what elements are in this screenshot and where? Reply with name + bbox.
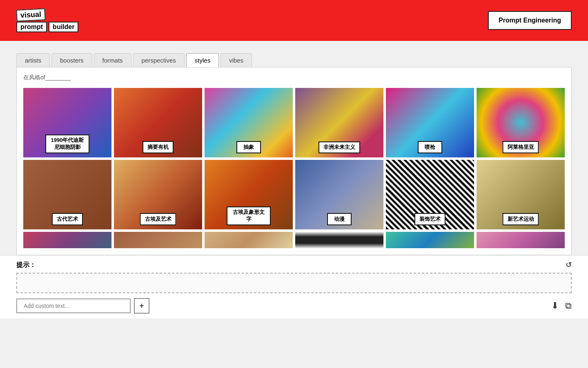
style-item-label: 装饰艺术	[414, 213, 445, 225]
style-item-item-11[interactable]: 装饰艺术	[386, 160, 474, 229]
style-item-label: 非洲未来主义	[318, 141, 360, 153]
style-item-item-10[interactable]: 动漫	[295, 160, 383, 229]
style-item-item-8[interactable]: 古埃及艺术	[114, 160, 202, 229]
style-item-label: 摘要有机	[143, 141, 174, 153]
style-item-item-18[interactable]	[477, 232, 565, 248]
logo-visual: visual	[16, 8, 45, 22]
style-item-item-13[interactable]	[23, 232, 111, 248]
custom-text-input[interactable]	[16, 298, 131, 313]
logo-prompt: prompt	[16, 22, 47, 32]
style-item-label: 1990年代迪斯尼细胞阴影	[45, 135, 89, 153]
style-item-item-14[interactable]	[114, 232, 202, 248]
prompt-label-text: 提示：	[16, 261, 36, 269]
style-item-item-3[interactable]: 抽象	[205, 88, 293, 157]
style-item-label: 古埃及艺术	[140, 213, 176, 225]
bottom-section: 提示： ↺ + ⬇ ⧉	[0, 255, 588, 319]
download-icon[interactable]: ⬇	[551, 301, 559, 311]
style-item-item-2[interactable]: 摘要有机	[114, 88, 202, 157]
style-item-label: 新艺术运动	[503, 213, 539, 225]
style-item-item-7[interactable]: 古代艺术	[23, 160, 111, 229]
gallery-panel: 在风格of________ 1990年代迪斯尼细胞阴影摘要有机抽象非洲未来主义喷…	[16, 67, 572, 255]
style-item-label: 喷枪	[418, 141, 442, 153]
style-item-item-6[interactable]: 阿莱格里亚	[477, 88, 565, 157]
add-button[interactable]: +	[134, 298, 149, 314]
prompt-label-row: 提示： ↺	[16, 260, 572, 269]
style-item-label: 动漫	[327, 213, 352, 225]
refresh-icon[interactable]: ↺	[566, 260, 572, 269]
tab-vibes[interactable]: vibes	[220, 53, 252, 67]
style-item-label: 古代艺术	[52, 213, 83, 225]
custom-text-row: +	[16, 298, 149, 314]
styles-grid: 1990年代迪斯尼细胞阴影摘要有机抽象非洲未来主义喷枪阿莱格里亚古代艺术古埃及艺…	[23, 88, 565, 248]
tab-boosters[interactable]: boosters	[51, 53, 92, 67]
prompt-engineering-button[interactable]: Prompt Engineering	[488, 11, 572, 30]
tab-formats[interactable]: formats	[94, 53, 131, 67]
gallery-subtitle: 在风格of________	[23, 74, 565, 81]
tab-artists[interactable]: artists	[16, 53, 50, 67]
style-item-item-1[interactable]: 1990年代迪斯尼细胞阴影	[23, 88, 111, 157]
style-item-item-4[interactable]: 非洲未来主义	[295, 88, 383, 157]
tab-bar: artists boosters formats perspectives st…	[16, 53, 572, 67]
style-item-item-15[interactable]	[205, 232, 293, 248]
style-item-item-12[interactable]: 新艺术运动	[477, 160, 565, 229]
logo: visual prompt builder	[16, 9, 78, 32]
main-content: artists boosters formats perspectives st…	[0, 41, 588, 255]
style-item-label: 古埃及象形文字	[227, 206, 271, 225]
logo-bottom: prompt builder	[16, 22, 78, 32]
logo-builder: builder	[49, 22, 78, 32]
style-item-label: 阿莱格里亚	[503, 141, 539, 153]
prompt-textarea[interactable]	[16, 273, 572, 293]
style-item-item-9[interactable]: 古埃及象形文字	[205, 160, 293, 229]
tab-styles[interactable]: styles	[186, 53, 219, 67]
style-item-item-17[interactable]	[386, 232, 474, 248]
header: visual prompt builder Prompt Engineering	[0, 0, 588, 41]
style-item-item-5[interactable]: 喷枪	[386, 88, 474, 157]
copy-icon[interactable]: ⧉	[565, 301, 572, 311]
style-item-item-16[interactable]	[295, 232, 383, 248]
action-icons: ⬇ ⧉	[551, 301, 572, 311]
tab-perspectives[interactable]: perspectives	[133, 53, 185, 67]
style-item-label: 抽象	[236, 141, 261, 153]
bottom-controls: + ⬇ ⧉	[16, 298, 572, 314]
